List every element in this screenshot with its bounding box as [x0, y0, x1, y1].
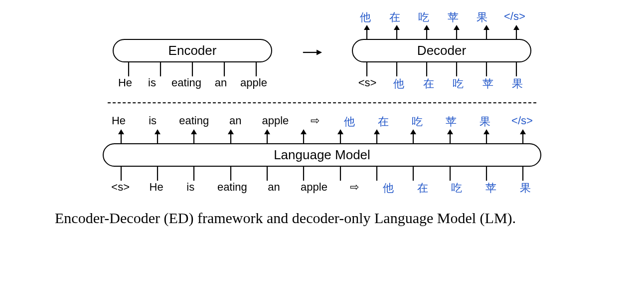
- token: ⇨: [308, 114, 322, 129]
- decoder-input-arrows: [352, 62, 531, 76]
- decoder-box: Decoder: [352, 39, 531, 62]
- stem-icon: [446, 167, 454, 181]
- token: eating: [171, 76, 201, 89]
- arrow-up-icon: [190, 129, 198, 143]
- diagram-root: Encoder Heiseatinganapple 他在吃苹果</s> Deco…: [48, 10, 596, 227]
- arrow-up-icon: [227, 129, 235, 143]
- svg-marker-36: [301, 129, 307, 134]
- arrow-up-icon: [519, 129, 527, 143]
- svg-marker-32: [228, 129, 234, 134]
- stem-icon: [336, 167, 344, 181]
- lm-output-arrows: [103, 129, 541, 143]
- svg-marker-8: [364, 25, 370, 30]
- arrow-up-icon: [483, 129, 490, 143]
- token: 他: [358, 10, 373, 25]
- svg-marker-28: [155, 129, 161, 134]
- arrow-up-icon: [300, 129, 308, 143]
- svg-marker-42: [410, 129, 416, 134]
- token: 在: [421, 76, 436, 91]
- arrow-up-icon: [483, 25, 490, 39]
- token: 吃: [451, 76, 466, 91]
- svg-marker-14: [454, 25, 460, 30]
- token: is: [145, 76, 160, 89]
- stem-icon: [252, 62, 260, 76]
- svg-marker-30: [191, 129, 197, 134]
- encoder-input-arrows: [113, 62, 272, 76]
- lm-box: Language Model: [103, 143, 541, 167]
- token: eating: [179, 114, 209, 129]
- stem-icon: [300, 167, 308, 181]
- stem-icon: [373, 167, 381, 181]
- token: </s>: [511, 114, 533, 129]
- token: 苹: [444, 114, 459, 129]
- token: ⇨: [347, 181, 362, 196]
- token: 他: [391, 76, 406, 91]
- token: 吃: [416, 10, 431, 25]
- arrow-up-icon: [263, 129, 271, 143]
- stem-icon: [157, 62, 164, 76]
- token: 在: [387, 10, 402, 25]
- svg-marker-48: [520, 129, 526, 134]
- arrow-up-icon: [453, 25, 461, 39]
- stem-icon: [409, 167, 417, 181]
- stem-icon: [519, 167, 527, 181]
- lm-outputs: Heiseatinganapple⇨他在吃苹果</s>: [103, 114, 541, 129]
- stem-icon: [483, 167, 490, 181]
- token: apple: [301, 181, 327, 196]
- token: He: [149, 181, 164, 196]
- token: 苹: [446, 10, 461, 25]
- token: an: [213, 76, 228, 89]
- svg-marker-10: [394, 25, 400, 30]
- token: 在: [376, 114, 391, 129]
- token: 苹: [481, 76, 495, 91]
- stem-icon: [190, 167, 198, 181]
- token: <s>: [111, 181, 130, 196]
- svg-marker-46: [483, 129, 489, 134]
- token: 他: [342, 114, 357, 129]
- stem-icon: [263, 167, 271, 181]
- token: </s>: [504, 10, 525, 25]
- token: an: [228, 114, 243, 129]
- token: 果: [478, 114, 492, 129]
- stem-icon: [393, 62, 401, 76]
- token: 果: [475, 10, 489, 25]
- stem-icon: [117, 167, 125, 181]
- token: is: [145, 114, 160, 129]
- svg-marker-16: [483, 25, 489, 30]
- decoder-inputs: <s>他在吃苹果: [352, 76, 531, 91]
- stem-icon: [188, 62, 196, 76]
- arrow-up-icon: [154, 129, 161, 143]
- token: apple: [262, 114, 289, 129]
- token: He: [111, 114, 126, 129]
- token: 他: [381, 181, 396, 196]
- svg-marker-12: [424, 25, 430, 30]
- encoder-box: Encoder: [113, 39, 272, 62]
- encoder-block: Encoder Heiseatinganapple: [113, 12, 272, 89]
- token: <s>: [358, 76, 377, 91]
- token: 在: [415, 181, 430, 196]
- arrow-up-icon: [363, 25, 371, 39]
- stem-icon: [154, 167, 161, 181]
- svg-marker-40: [374, 129, 380, 134]
- svg-marker-44: [447, 129, 453, 134]
- decoder-outputs: 他在吃苹果</s>: [352, 10, 531, 25]
- arrow-up-icon: [393, 25, 401, 39]
- encdec-row: Encoder Heiseatinganapple 他在吃苹果</s> Deco…: [48, 10, 596, 91]
- lm-input-arrows: [103, 167, 541, 181]
- stem-icon: [125, 62, 133, 76]
- stem-icon: [453, 62, 461, 76]
- token: 果: [510, 76, 525, 91]
- token: 吃: [410, 114, 425, 129]
- arrow-up-icon: [409, 129, 417, 143]
- token: He: [118, 76, 133, 89]
- arrow-up-icon: [336, 129, 344, 143]
- lm-block: Heiseatinganapple⇨他在吃苹果</s> Language Mod…: [103, 114, 541, 196]
- svg-marker-6: [317, 49, 322, 55]
- svg-marker-18: [513, 25, 519, 30]
- stem-icon: [423, 62, 431, 76]
- arrow-up-icon: [446, 129, 454, 143]
- stem-icon: [220, 62, 228, 76]
- enc-to-dec-arrow: [302, 47, 322, 57]
- token: is: [183, 181, 198, 196]
- arrow-right-icon: [302, 47, 322, 57]
